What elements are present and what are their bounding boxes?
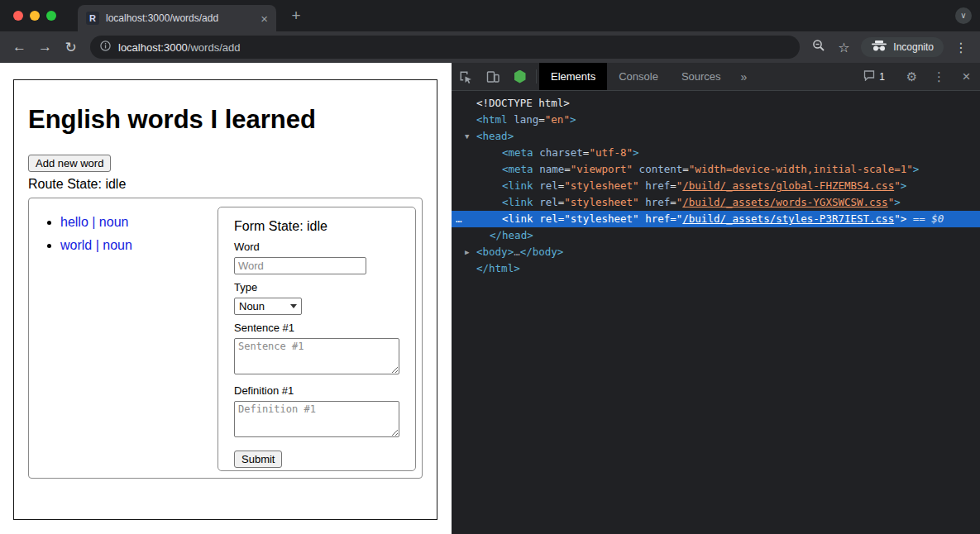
code-token: href: [645, 196, 670, 208]
code-token: >: [901, 179, 907, 192]
inspect-element-icon[interactable]: [452, 63, 479, 90]
web-page: English words I learned Add new word Rou…: [0, 63, 452, 534]
close-window-button[interactable]: [13, 11, 23, 21]
dom-tree-line[interactable]: <link rel="stylesheet" href="/build/_ass…: [452, 178, 980, 194]
code-token: "stylesheet": [564, 196, 638, 208]
extension-hexagon-icon[interactable]: [506, 63, 533, 90]
submit-button[interactable]: Submit: [234, 451, 282, 468]
code-token: =: [564, 163, 571, 175]
toolbar-divider: [536, 69, 537, 83]
dom-tree-line[interactable]: </html>: [452, 260, 980, 277]
url-path: /words/add: [188, 41, 241, 54]
code-token: =: [682, 163, 689, 175]
dom-tree-line[interactable]: …<link rel="stylesheet" href="/build/_as…: [452, 211, 980, 227]
sentence-textarea[interactable]: [234, 338, 399, 374]
code-token: href: [645, 212, 670, 225]
code-token: =: [670, 212, 676, 225]
code-token: =: [670, 179, 676, 192]
code-token: <link: [502, 196, 533, 208]
content-area: English words I learned Add new word Rou…: [0, 63, 980, 534]
minimize-window-button[interactable]: [30, 11, 40, 21]
code-token: …: [514, 246, 520, 258]
dom-tree-line[interactable]: ▶<body>…</body>: [452, 244, 980, 260]
overflow-ellipsis-icon[interactable]: …: [456, 211, 462, 227]
tab-strip: R localhost:3000/words/add × + ∨: [0, 0, 980, 31]
code-token: <link: [502, 212, 533, 225]
code-token: href: [645, 179, 670, 192]
message-count: 1: [879, 71, 885, 83]
code-token: lang: [514, 113, 538, 126]
dom-tree-line[interactable]: <meta charset="utf-8">: [452, 145, 980, 161]
code-token: "en": [545, 113, 570, 126]
code-token: <body>: [476, 246, 514, 258]
devtools-panel: Elements Console Sources » 1 ⚙ ⋮ ×: [452, 63, 980, 534]
code-token: rel: [539, 212, 558, 225]
reload-button[interactable]: ↻: [58, 39, 84, 56]
app-container: English words I learned Add new word Rou…: [13, 79, 437, 520]
maximize-window-button[interactable]: [46, 11, 56, 21]
site-info-icon[interactable]: [100, 41, 111, 54]
code-token: <!DOCTYPE html>: [476, 97, 570, 109]
browser-menu-kebab-icon[interactable]: ⋮: [949, 40, 973, 55]
settings-gear-icon[interactable]: ⚙: [898, 69, 925, 84]
word-label: Word: [234, 241, 399, 253]
tab-close-icon[interactable]: ×: [261, 12, 268, 26]
word-link-world[interactable]: world | noun: [60, 238, 132, 252]
tab-sources[interactable]: Sources: [670, 63, 733, 90]
devtools-toolbar: Elements Console Sources » 1 ⚙ ⋮ ×: [452, 63, 980, 91]
dom-tree-line[interactable]: <meta name="viewport" content="width=dev…: [452, 161, 980, 178]
code-token: >: [570, 113, 576, 126]
code-token: [633, 163, 639, 175]
zoom-icon[interactable]: [806, 39, 831, 55]
more-panels-icon[interactable]: »: [733, 63, 756, 90]
dom-tree: <!DOCTYPE html><html lang="en">▼<head><m…: [452, 91, 980, 277]
code-token: </body>: [520, 246, 564, 258]
devtools-menu-kebab-icon[interactable]: ⋮: [925, 69, 953, 84]
incognito-badge[interactable]: Incognito: [861, 37, 944, 57]
code-token: charset: [539, 146, 583, 159]
type-select[interactable]: Noun: [234, 298, 302, 315]
code-token: name: [539, 163, 564, 175]
device-toolbar-icon[interactable]: [479, 63, 506, 90]
code-token: "stylesheet": [564, 212, 638, 225]
new-tab-button[interactable]: +: [286, 6, 306, 26]
code-token: <link: [502, 179, 533, 192]
word-input[interactable]: [234, 257, 366, 274]
code-token: == $0: [913, 212, 944, 225]
console-messages-badge[interactable]: 1: [856, 69, 892, 83]
forward-button[interactable]: →: [32, 39, 58, 55]
devtools-close-icon[interactable]: ×: [953, 69, 980, 85]
tab-search-button[interactable]: ∨: [955, 7, 972, 24]
tab-elements[interactable]: Elements: [539, 63, 607, 90]
code-token: /build/_assets/global-FHZEMBS4.css: [682, 179, 894, 192]
definition-textarea[interactable]: [234, 401, 399, 437]
message-bubble-icon: [863, 69, 875, 83]
code-token: =: [670, 196, 676, 208]
dom-tree-line[interactable]: </head>: [452, 227, 980, 244]
type-label: Type: [234, 281, 399, 293]
code-token: /build/_assets/words-YGXSWCSW.css: [682, 196, 887, 208]
expanded-arrow-icon[interactable]: ▼: [465, 128, 469, 145]
dom-tree-line[interactable]: <html lang="en">: [452, 112, 980, 128]
url-bar[interactable]: localhost:3000/words/add: [90, 36, 800, 59]
url-host: localhost:3000: [118, 41, 188, 54]
tab-console[interactable]: Console: [607, 63, 670, 90]
code-token: <meta: [502, 146, 533, 159]
code-token: <meta: [502, 163, 533, 175]
add-new-word-button[interactable]: Add new word: [28, 155, 111, 172]
code-token: >: [913, 163, 920, 175]
dom-tree-line[interactable]: <!DOCTYPE html>: [452, 95, 980, 112]
code-token: ": [894, 212, 901, 225]
code-token: >: [894, 196, 901, 208]
dom-tree-line[interactable]: <link rel="stylesheet" href="/build/_ass…: [452, 194, 980, 211]
word-link-hello[interactable]: hello | noun: [60, 215, 128, 229]
words-panel: hello | noun world | noun Form State: id…: [28, 198, 423, 479]
code-token: <head>: [476, 130, 514, 142]
bookmark-star-icon[interactable]: ☆: [831, 40, 856, 55]
collapsed-arrow-icon[interactable]: ▶: [465, 244, 469, 260]
back-button[interactable]: ←: [7, 39, 32, 55]
browser-tab[interactable]: R localhost:3000/words/add ×: [78, 5, 276, 31]
code-token: content: [639, 163, 683, 175]
dom-tree-line[interactable]: ▼<head>: [452, 128, 980, 145]
code-token: "utf-8": [589, 146, 633, 159]
